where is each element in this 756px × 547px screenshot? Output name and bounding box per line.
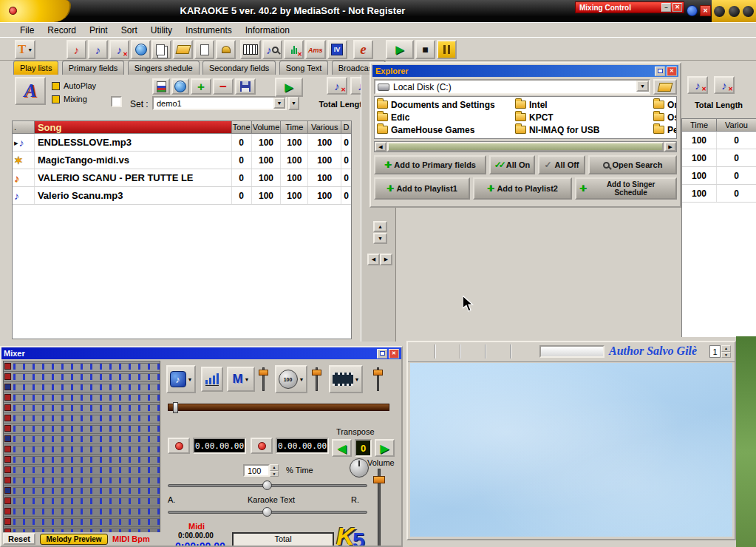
record-b-button[interactable] [251,438,273,454]
time-percent-input[interactable]: 100 [243,464,270,477]
channel-fader-track[interactable] [13,446,160,452]
menu-utility[interactable]: Utility [144,24,179,37]
song-position-slider[interactable] [168,404,389,411]
tab-primary-fields[interactable]: Primary fields [62,61,125,75]
table-row[interactable]: 100 0 [682,149,756,167]
balance-b-slider[interactable] [168,507,367,517]
song-tone[interactable]: 0 [232,187,252,204]
splitter-up-button[interactable] [373,221,387,232]
song-tone[interactable]: 0 [232,152,252,169]
song-various[interactable]: 100 [308,169,341,186]
folder-item[interactable]: Edic [375,111,513,123]
column-header-d[interactable]: D [341,121,351,133]
song-various[interactable]: 100 [308,187,341,204]
menu-sort[interactable]: Sort [115,24,144,37]
autoplay-checkbox[interactable] [52,82,60,90]
scroll-left-button[interactable]: ◀ [375,142,386,152]
column-header-song[interactable]: Song [35,121,232,133]
folder-item[interactable]: On [651,98,677,111]
channel-mute-led[interactable] [4,404,11,411]
channel-fader-track[interactable] [13,415,160,421]
song-volume[interactable]: 100 [252,134,282,151]
slider-handle[interactable] [173,402,178,413]
add-to-primary-fields-button[interactable]: Add to Primary fields [374,155,486,174]
channel-fader-track[interactable] [13,477,160,483]
scroll-right-button[interactable]: ▶ [664,142,676,152]
channel-mute-led[interactable] [4,435,11,442]
channel-fader-track[interactable] [13,435,160,442]
song-d[interactable]: 0 [341,152,351,169]
lyrics-display-area[interactable] [410,363,732,537]
page-number-stepper[interactable]: ▲▼ [721,345,731,358]
splitter-left-button[interactable]: ◀ [367,254,380,265]
channel-fader-track[interactable] [13,384,160,390]
folder-item[interactable]: Os [651,111,677,123]
channel-mute-led[interactable] [4,384,11,390]
mixer-channel-strip[interactable] [4,496,160,506]
tempo-level-slider[interactable] [312,366,321,393]
table-row[interactable]: 100 0 [682,185,756,203]
melody-mute-button[interactable] [227,367,255,392]
song-time[interactable]: 100 [281,134,308,151]
tab-secondary-fields[interactable]: Secondary fields [202,61,276,75]
remove-set-button[interactable] [213,78,234,95]
tempo-knob-button[interactable]: 100 [275,365,307,393]
splitter-right-button[interactable]: ▶ [380,254,392,265]
add-song-button[interactable] [88,40,108,59]
slider-handle[interactable] [373,370,383,376]
play-button[interactable] [386,40,414,59]
channel-fader-track[interactable] [13,373,160,380]
menu-record[interactable]: Record [41,24,83,37]
stop-button[interactable] [415,40,435,59]
mixer-channel-strip[interactable] [4,486,160,496]
channel-fader-track[interactable] [13,363,160,370]
set-dropdown-extra-button[interactable] [288,96,299,110]
copy-button[interactable] [151,40,171,59]
record-a-button[interactable] [168,438,190,454]
mixing-checkbox[interactable] [52,95,60,103]
channel-fader-track[interactable] [13,466,160,473]
tab-song-text[interactable]: Song Text [279,61,329,75]
mixer-channel-strip[interactable] [4,403,160,413]
search-song-button[interactable] [262,40,282,59]
mixer-restore-button[interactable] [377,349,387,359]
channel-fader-track[interactable] [13,425,160,432]
window-close-button[interactable] [700,5,711,16]
add-set-button[interactable] [191,78,211,95]
tab-singers-shedule[interactable]: Singers shedule [128,61,200,75]
song-volume[interactable]: 100 [252,152,282,169]
column-header-various[interactable]: Variou [717,119,756,131]
keyboard-button[interactable] [240,40,261,59]
metronome-button[interactable] [216,40,236,59]
add-to-playlist2-button[interactable]: Add to Playlist2 [473,177,572,200]
menu-information[interactable]: Information [239,24,296,37]
channel-mute-led[interactable] [4,497,11,504]
song-name[interactable]: MagicTango-midi.vs [35,152,232,169]
channel-fader-track[interactable] [13,456,160,463]
column-header-num[interactable]: . [13,121,35,133]
table-row[interactable]: 100 0 [682,132,756,149]
window-minimize-button[interactable] [687,5,698,16]
clear-playlist-button[interactable] [327,77,347,95]
mixer-source-button[interactable] [166,365,196,393]
channel-mute-led[interactable] [4,477,11,483]
set-checkbox[interactable] [111,96,122,107]
slider-handle[interactable] [312,370,321,376]
folder-item[interactable]: Documents and Settings [375,98,513,111]
video-format-button[interactable] [327,40,347,59]
slider-handle[interactable] [262,480,272,490]
column-header-various[interactable]: Various [308,121,341,133]
spin-up-icon[interactable]: ▲ [270,464,279,471]
author-search-field[interactable] [539,345,605,358]
video-level-slider[interactable] [373,366,383,393]
channel-fader-track[interactable] [13,497,160,504]
song-d[interactable]: 0 [341,169,351,186]
browse-folder-button[interactable] [653,79,677,95]
table-row[interactable]: 100 0 [682,167,756,185]
column-header-volume[interactable]: Volume [252,121,282,133]
balance-knob[interactable] [350,458,369,478]
mixer-channel-strip[interactable] [4,475,160,486]
record-song-button[interactable] [67,40,86,59]
all-off-button[interactable]: All Off [538,155,585,174]
column-header-time[interactable]: Time [682,119,717,131]
